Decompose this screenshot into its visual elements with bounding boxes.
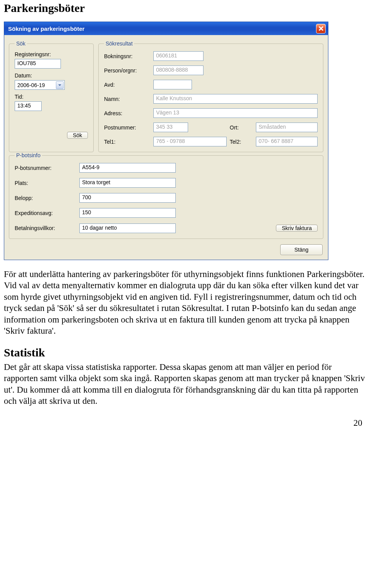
page-number: 20: [4, 418, 362, 428]
reg-label: Registeringsnr:: [15, 51, 88, 57]
search-button[interactable]: Sök: [67, 132, 88, 139]
date-label: Datum:: [15, 72, 88, 79]
date-picker[interactable]: 2006-06-19: [15, 80, 65, 90]
group-search-legend: Sök: [15, 40, 27, 47]
paragraph-1: För att underlätta hantering av parkerin…: [4, 269, 366, 337]
time-label: Tid:: [15, 94, 88, 100]
vill-label: Betalningsvillkor:: [15, 225, 76, 231]
pnr-input[interactable]: A554-9: [79, 163, 176, 173]
dialog-window: Sökning av parkeringsböter Sök Registeri…: [4, 22, 328, 260]
avd-field[interactable]: [153, 80, 192, 89]
ort-field[interactable]: Småstaden: [256, 123, 318, 132]
bokning-field[interactable]: 0606181: [153, 51, 204, 61]
close-button[interactable]: Stäng: [280, 244, 323, 255]
group-search: Sök Registeringsnr: IOU785 Datum: 2006-0…: [9, 40, 94, 152]
pnr-label: P-botsnummer:: [15, 165, 76, 171]
postnr-label: Postnummer:: [104, 124, 150, 131]
plats-label: Plats:: [15, 180, 76, 186]
reg-input[interactable]: IOU785: [15, 59, 61, 69]
tel2-field[interactable]: 070- 667 8887: [256, 137, 318, 146]
belopp-input[interactable]: 700: [79, 193, 176, 203]
exp-input[interactable]: 150: [79, 208, 176, 218]
paragraph-2: Det går att skapa vissa statistiska rapp…: [4, 361, 366, 407]
vill-input[interactable]: 10 dagar netto: [79, 223, 176, 233]
window-title: Sökning av parkeringsböter: [8, 25, 316, 32]
chevron-down-icon[interactable]: [56, 81, 64, 89]
bokning-label: Bokningsnr:: [104, 53, 150, 59]
namn-field[interactable]: Kalle Knutsson: [153, 94, 318, 104]
close-icon[interactable]: [316, 24, 326, 34]
group-pbot-legend: P-botsinfo: [15, 152, 42, 158]
ort-label: Ort:: [230, 124, 239, 131]
group-result: Sökresultat Bokningsnr: 0606181 Person/o…: [98, 40, 323, 152]
plats-input[interactable]: Stora torget: [79, 178, 176, 188]
adress-label: Adress:: [104, 110, 150, 116]
group-pbot: P-botsinfo P-botsnummer: A554-9 Plats: S…: [9, 152, 323, 239]
adress-field[interactable]: Vägen 13: [153, 108, 318, 118]
postnr-field[interactable]: 345 33: [153, 123, 188, 132]
page-heading: Parkeringsböter: [4, 2, 366, 15]
invoice-button[interactable]: Skriv faktura: [276, 225, 318, 232]
tel1-label: Tel1:: [104, 139, 150, 145]
namn-label: Namn:: [104, 96, 150, 102]
date-value: 2006-06-19: [17, 82, 56, 88]
exp-label: Expeditionsavg:: [15, 210, 76, 216]
person-label: Person/orgnr:: [104, 67, 150, 74]
stats-heading: Statistik: [4, 346, 366, 359]
dialog-body: Sök Registeringsnr: IOU785 Datum: 2006-0…: [4, 35, 328, 260]
avd-label: Avd:: [104, 82, 150, 88]
person-field[interactable]: 080808-8888: [153, 66, 204, 75]
group-result-legend: Sökresultat: [104, 40, 134, 47]
titlebar[interactable]: Sökning av parkeringsböter: [4, 22, 328, 35]
tel2-label: Tel2:: [230, 139, 241, 145]
tel1-field[interactable]: 765 - 09788: [153, 137, 227, 146]
belopp-label: Belopp:: [15, 195, 76, 201]
time-input[interactable]: 13:45: [15, 101, 42, 111]
